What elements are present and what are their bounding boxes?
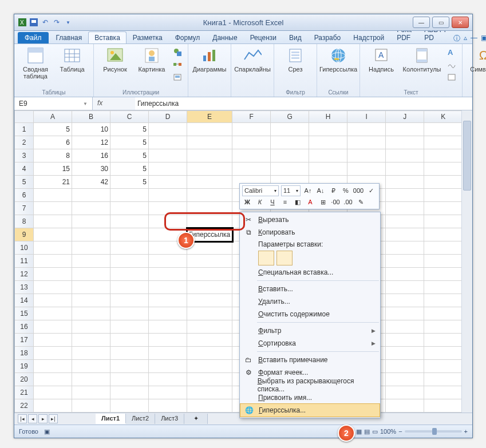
name-box[interactable]: E9▼ — [14, 97, 93, 110]
sheet-tab-3[interactable]: Лист3 — [155, 414, 184, 424]
ctx-item-10[interactable]: Фильтр▶ — [240, 324, 380, 337]
align-icon[interactable]: ≡ — [280, 197, 290, 207]
cell-B4[interactable]: 30 — [72, 162, 110, 176]
cell-K10[interactable] — [424, 241, 463, 255]
select-all-corner[interactable] — [15, 111, 34, 123]
cell-C8[interactable] — [110, 215, 149, 228]
ctx-item-13[interactable]: 🗀Вставить примечание — [240, 354, 380, 366]
cell-J13[interactable] — [386, 281, 424, 294]
cell-D13[interactable] — [149, 281, 187, 294]
row-header-19[interactable]: 19 — [15, 360, 34, 373]
cell-D2[interactable] — [149, 136, 187, 149]
cell-A20[interactable] — [34, 373, 72, 386]
cell-B17[interactable] — [72, 334, 110, 347]
clipart-button[interactable]: Картинка — [135, 46, 168, 73]
row-header-10[interactable]: 10 — [15, 241, 34, 255]
col-header-B[interactable]: B — [72, 111, 110, 123]
cell-C19[interactable] — [110, 360, 149, 373]
mdi-min-icon[interactable]: — — [471, 34, 477, 43]
cell-E14[interactable] — [187, 294, 232, 307]
col-header-H[interactable]: H — [309, 111, 347, 123]
cell-B9[interactable] — [72, 228, 110, 241]
cell-A2[interactable]: 6 — [34, 136, 72, 149]
cell-A17[interactable] — [34, 334, 72, 347]
row-header-23[interactable]: 23 — [15, 413, 34, 413]
cell-K20[interactable] — [424, 373, 463, 386]
sheet-nav-first-icon[interactable]: |◂ — [18, 414, 27, 423]
charts-button[interactable]: Диаграммы — [193, 46, 226, 73]
cell-D22[interactable] — [149, 399, 187, 413]
mdi-restore-icon[interactable]: ▣ — [481, 34, 486, 43]
cell-K18[interactable] — [424, 347, 463, 360]
undo-icon[interactable]: ↶ — [41, 18, 50, 27]
object-icon[interactable] — [446, 72, 457, 83]
mini-font-select[interactable]: Calibri▾ — [242, 185, 279, 196]
row-header-7[interactable]: 7 — [15, 202, 34, 215]
maximize-button[interactable]: ▭ — [432, 17, 449, 28]
zoom-slider[interactable] — [405, 430, 462, 433]
cell-E20[interactable] — [187, 373, 232, 386]
cell-C1[interactable]: 5 — [110, 123, 149, 136]
cell-D19[interactable] — [149, 360, 187, 373]
cell-D6[interactable] — [149, 189, 187, 202]
cell-D17[interactable] — [149, 334, 187, 347]
cell-C11[interactable] — [110, 255, 149, 268]
font-color-icon[interactable]: A — [305, 197, 315, 207]
cell-J11[interactable] — [386, 255, 424, 268]
row-header-4[interactable]: 4 — [15, 162, 34, 176]
cell-B2[interactable]: 12 — [72, 136, 110, 149]
cell-A12[interactable] — [34, 268, 72, 281]
sheet-nav-prev-icon[interactable]: ◂ — [28, 414, 37, 423]
cell-J9[interactable] — [386, 228, 424, 241]
cell-A14[interactable] — [34, 294, 72, 307]
cell-J19[interactable] — [386, 360, 424, 373]
tab-formulas[interactable]: Формул — [169, 31, 207, 43]
cell-E2[interactable] — [187, 136, 232, 149]
paste-option-1-icon[interactable] — [258, 251, 274, 265]
row-header-15[interactable]: 15 — [15, 307, 34, 320]
col-header-I[interactable]: I — [347, 111, 386, 123]
cell-A13[interactable] — [34, 281, 72, 294]
hyperlink-button[interactable]: Гиперссылка — [322, 46, 355, 73]
cell-J20[interactable] — [386, 373, 424, 386]
cell-A6[interactable] — [34, 189, 72, 202]
cell-A16[interactable] — [34, 320, 72, 334]
view-normal-icon[interactable]: ▦ — [356, 428, 362, 435]
cell-B15[interactable] — [72, 307, 110, 320]
cell-K23[interactable] — [424, 413, 463, 413]
cell-F1[interactable] — [232, 123, 271, 136]
row-header-1[interactable]: 1 — [15, 123, 34, 136]
row-header-11[interactable]: 11 — [15, 255, 34, 268]
tab-pagelayout[interactable]: Разметка — [127, 31, 169, 43]
cell-E12[interactable] — [187, 268, 232, 281]
row-header-5[interactable]: 5 — [15, 176, 34, 189]
cell-A23[interactable] — [34, 413, 72, 413]
cell-K15[interactable] — [424, 307, 463, 320]
row-header-17[interactable]: 17 — [15, 334, 34, 347]
cell-I1[interactable] — [347, 123, 386, 136]
sheet-tab-1[interactable]: Лист1 — [96, 414, 126, 424]
cell-E3[interactable] — [187, 149, 232, 162]
file-tab[interactable]: Файл — [18, 32, 49, 43]
ctx-item-16[interactable]: Присвоить имя... — [240, 391, 380, 404]
ctx-item-4[interactable]: Специальная вставка... — [240, 266, 380, 279]
cell-C21[interactable] — [110, 386, 149, 399]
sheet-tab-2[interactable]: Лист2 — [126, 414, 155, 424]
cell-D20[interactable] — [149, 373, 187, 386]
cell-C14[interactable] — [110, 294, 149, 307]
cell-C5[interactable]: 5 — [110, 176, 149, 189]
tab-review[interactable]: Рецензи — [244, 31, 283, 43]
cell-J21[interactable] — [386, 386, 424, 399]
cell-C16[interactable] — [110, 320, 149, 334]
cell-B19[interactable] — [72, 360, 110, 373]
symbols-button[interactable]: ΩСимволы — [467, 46, 486, 73]
cell-B20[interactable] — [72, 373, 110, 386]
cell-E19[interactable] — [187, 360, 232, 373]
wordart-icon[interactable]: A — [446, 46, 457, 58]
cell-K11[interactable] — [424, 255, 463, 268]
cell-B13[interactable] — [72, 281, 110, 294]
cell-H3[interactable] — [309, 149, 347, 162]
cell-E15[interactable] — [187, 307, 232, 320]
underline-icon[interactable]: Ч — [267, 197, 278, 207]
paste-option-2-icon[interactable] — [276, 251, 293, 265]
